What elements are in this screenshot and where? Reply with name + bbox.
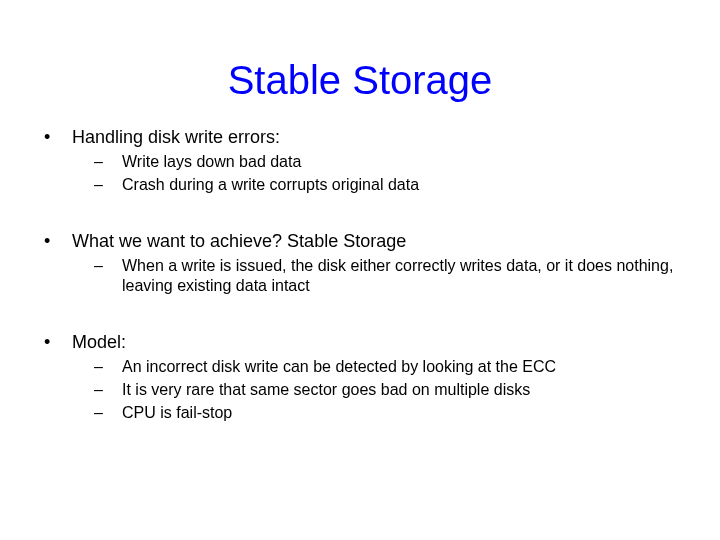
bullet-1: • Handling disk write errors:	[42, 127, 678, 148]
bullet-dot-icon: •	[42, 332, 72, 353]
spacer	[42, 219, 678, 231]
dash-icon: –	[94, 152, 122, 172]
dash-icon: –	[94, 403, 122, 423]
slide: Stable Storage • Handling disk write err…	[0, 58, 720, 540]
sub-item-text: It is very rare that same sector goes ba…	[122, 380, 530, 400]
sub-item-text: Write lays down bad data	[122, 152, 301, 172]
sub-item: – When a write is issued, the disk eithe…	[94, 256, 678, 296]
sub-item: – It is very rare that same sector goes …	[94, 380, 678, 400]
dash-icon: –	[94, 256, 122, 296]
sub-item-text: When a write is issued, the disk either …	[122, 256, 678, 296]
sub-item: – Crash during a write corrupts original…	[94, 175, 678, 195]
spacer	[42, 320, 678, 332]
dash-icon: –	[94, 357, 122, 377]
bullet-2-text: What we want to achieve? Stable Storage	[72, 231, 406, 252]
dash-icon: –	[94, 380, 122, 400]
bullet-3-text: Model:	[72, 332, 126, 353]
slide-body: • Handling disk write errors: – Write la…	[0, 127, 720, 423]
sub-item-text: An incorrect disk write can be detected …	[122, 357, 556, 377]
sub-item: – An incorrect disk write can be detecte…	[94, 357, 678, 377]
sub-item-text: CPU is fail-stop	[122, 403, 232, 423]
bullet-1-text: Handling disk write errors:	[72, 127, 280, 148]
sub-item-text: Crash during a write corrupts original d…	[122, 175, 419, 195]
bullet-2-sublist: – When a write is issued, the disk eithe…	[94, 256, 678, 296]
sub-item: – Write lays down bad data	[94, 152, 678, 172]
bullet-dot-icon: •	[42, 127, 72, 148]
bullet-3-sublist: – An incorrect disk write can be detecte…	[94, 357, 678, 423]
dash-icon: –	[94, 175, 122, 195]
bullet-1-sublist: – Write lays down bad data – Crash durin…	[94, 152, 678, 195]
slide-title: Stable Storage	[0, 58, 720, 103]
bullet-3: • Model:	[42, 332, 678, 353]
bullet-2: • What we want to achieve? Stable Storag…	[42, 231, 678, 252]
sub-item: – CPU is fail-stop	[94, 403, 678, 423]
bullet-dot-icon: •	[42, 231, 72, 252]
